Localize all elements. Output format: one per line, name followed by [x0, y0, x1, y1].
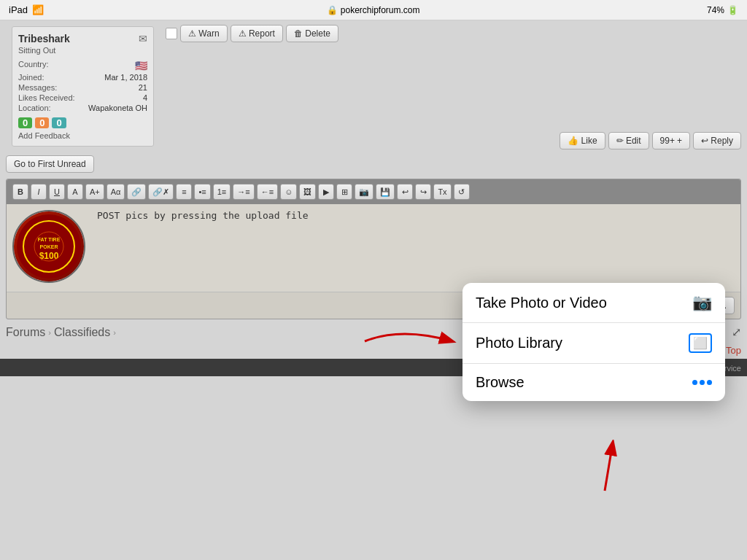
- breadcrumb-forums[interactable]: Forums: [6, 326, 45, 339]
- expand-icon[interactable]: ⤢: [732, 325, 741, 339]
- svg-text:POKER: POKER: [40, 244, 58, 249]
- location-label: Location:: [18, 104, 51, 112]
- undo-button[interactable]: ↩: [397, 184, 413, 200]
- likes-label: Likes Received:: [18, 93, 75, 102]
- likes-value: 4: [143, 93, 147, 102]
- badge-teal: 0: [52, 117, 66, 128]
- delete-button[interactable]: 🗑 Delete: [286, 25, 338, 42]
- quote-button[interactable]: 99++: [652, 132, 690, 149]
- clear-format-button[interactable]: Tx: [433, 184, 451, 200]
- messages-label: Messages:: [18, 83, 57, 92]
- status-center: 🔒 pokerchipforum.com: [327, 5, 419, 15]
- country-row: Country: 🇺🇸: [18, 59, 147, 72]
- wifi-icon: 📶: [32, 4, 44, 15]
- breadcrumb: Forums › Classifieds ›: [6, 326, 116, 339]
- underline-button[interactable]: U: [49, 184, 65, 200]
- device-label: iPad: [9, 4, 28, 15]
- italic-button[interactable]: I: [31, 184, 47, 200]
- popup-take-photo-label: Take Photo or Video: [476, 295, 607, 311]
- badge-orange: 0: [35, 117, 49, 128]
- unordered-list-button[interactable]: •≡: [194, 184, 210, 200]
- text-size-up-button[interactable]: A+: [85, 184, 104, 200]
- breadcrumb-sep2: ›: [113, 328, 116, 337]
- joined-value: Mar 1, 2018: [104, 73, 147, 82]
- svg-text:FAT TIRE: FAT TIRE: [38, 237, 61, 242]
- sitting-out-label: Sitting Out: [18, 46, 147, 55]
- popup-take-photo[interactable]: Take Photo or Video 📷: [462, 283, 725, 323]
- media-button[interactable]: ▶: [318, 184, 334, 200]
- top-section: Tribeshark ✉ Sitting Out Country: 🇺🇸 Joi…: [0, 20, 747, 152]
- source-button[interactable]: ↺: [454, 184, 470, 200]
- status-left: iPad 📶: [9, 4, 44, 15]
- popup-photo-library[interactable]: Photo Library ⬜: [462, 323, 725, 364]
- indent-button[interactable]: →≡: [233, 184, 254, 200]
- status-right: 74% 🔋: [707, 5, 738, 15]
- text-size-down-button[interactable]: Aα: [107, 184, 125, 200]
- battery-icon: 🔋: [727, 5, 738, 15]
- url-display: pokerchipforum.com: [341, 5, 420, 15]
- post-actions: ⚠ Warn ⚠ Report 🗑 Delete 👍 Like ✏ Edit 9…: [166, 23, 741, 149]
- first-unread-button[interactable]: Go to First Unread: [6, 155, 94, 173]
- outdent-button[interactable]: ←≡: [257, 184, 278, 200]
- badge-green: 0: [18, 117, 32, 128]
- popup-menu: Take Photo or Video 📷 Photo Library ⬜ Br…: [462, 283, 725, 401]
- popup-browse[interactable]: Browse: [462, 364, 725, 401]
- lock-icon: 🔒: [327, 5, 338, 15]
- like-button[interactable]: 👍 Like: [560, 132, 605, 149]
- warn-button[interactable]: ⚠ Warn: [180, 25, 228, 42]
- messages-value: 21: [139, 83, 147, 92]
- editor-content: FAT TIRE POKER $100 POST pics by pressin…: [7, 204, 740, 292]
- popup-photo-library-label: Photo Library: [476, 335, 562, 351]
- top-link[interactable]: Top: [726, 345, 741, 356]
- avatar-image: FAT TIRE POKER $100: [14, 211, 84, 281]
- camera-button[interactable]: 📷: [355, 184, 374, 200]
- mail-icon[interactable]: ✉: [139, 33, 147, 44]
- ordered-list-button[interactable]: 1≡: [213, 184, 231, 200]
- report-button[interactable]: ⚠ Report: [231, 25, 283, 42]
- align-button[interactable]: ≡: [176, 184, 192, 200]
- editor-avatar: FAT TIRE POKER $100: [7, 204, 91, 292]
- add-feedback-link[interactable]: Add Feedback: [18, 131, 147, 140]
- messages-row: Messages: 21: [18, 82, 147, 93]
- camera-popup-icon: 📷: [692, 293, 712, 312]
- username: Tribeshark: [18, 33, 70, 44]
- post-checkbox[interactable]: [166, 28, 177, 39]
- joined-row: Joined: Mar 1, 2018: [18, 72, 147, 82]
- battery-label: 74%: [707, 5, 724, 15]
- reply-button[interactable]: ↩ Reply: [693, 132, 741, 149]
- emoji-button[interactable]: ☺: [280, 184, 297, 200]
- library-popup-icon: ⬜: [689, 333, 712, 353]
- popup-browse-label: Browse: [476, 374, 525, 391]
- image-button[interactable]: 🖼: [299, 184, 316, 200]
- location-row: Location: Wapakoneta OH: [18, 103, 147, 113]
- redo-button[interactable]: ↪: [415, 184, 431, 200]
- link-button[interactable]: 🔗: [127, 184, 146, 200]
- location-value: Wapakoneta OH: [88, 104, 147, 112]
- status-bar: iPad 📶 🔒 pokerchipforum.com 74% 🔋: [0, 0, 747, 20]
- user-card: Tribeshark ✉ Sitting Out Country: 🇺🇸 Joi…: [12, 26, 154, 147]
- table-button[interactable]: ⊞: [336, 184, 352, 200]
- editor-toolbar: B I U A A+ Aα 🔗 🔗✗ ≡ •≡ 1≡ →≡ ←≡ ☺ 🖼 ▶ ⊞…: [7, 179, 740, 204]
- country-flag: 🇺🇸: [135, 60, 147, 71]
- breadcrumb-sep1: ›: [48, 328, 51, 337]
- upload-arrow-annotation: [583, 440, 627, 498]
- action-buttons-top: ⚠ Warn ⚠ Report 🗑 Delete: [166, 25, 741, 42]
- save-button[interactable]: 💾: [376, 184, 395, 200]
- action-buttons-bottom: 👍 Like ✏ Edit 99++ ↩ Reply: [166, 132, 741, 149]
- user-card-header: Tribeshark ✉: [18, 33, 147, 44]
- editor-textarea[interactable]: POST pics by pressing the upload file: [91, 204, 740, 292]
- likes-row: Likes Received: 4: [18, 93, 147, 103]
- unlink-button[interactable]: 🔗✗: [148, 184, 174, 200]
- browse-dots-icon: [692, 380, 712, 385]
- text-color-button[interactable]: A: [67, 184, 83, 200]
- main-content: Tribeshark ✉ Sitting Out Country: 🇺🇸 Joi…: [0, 20, 747, 560]
- joined-label: Joined:: [18, 73, 44, 82]
- first-unread-bar: Go to First Unread: [0, 152, 747, 176]
- feedback-badges: 0 0 0: [18, 117, 147, 128]
- country-label: Country:: [18, 60, 49, 71]
- bold-button[interactable]: B: [12, 184, 28, 200]
- breadcrumb-classifieds[interactable]: Classifieds: [54, 326, 110, 339]
- edit-button[interactable]: ✏ Edit: [608, 132, 649, 149]
- avatar-circle: FAT TIRE POKER $100: [12, 210, 85, 283]
